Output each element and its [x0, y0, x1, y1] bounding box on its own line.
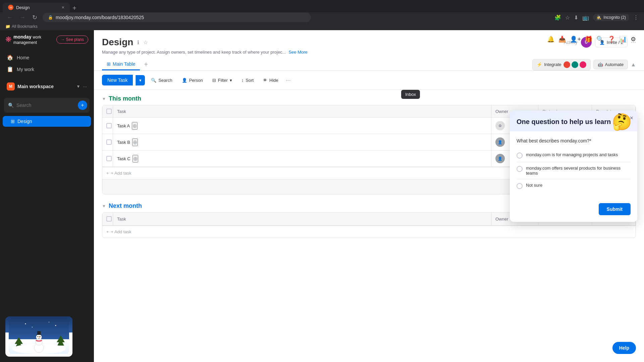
- survey-question: What best describes monday.com?*: [517, 138, 631, 143]
- tab-title: Design: [16, 5, 30, 10]
- sidebar-item-my-work[interactable]: 📋 My work: [3, 63, 91, 75]
- forward-button[interactable]: →: [18, 13, 27, 22]
- checkbox-header: [102, 105, 113, 117]
- cast-icon[interactable]: 📺: [582, 14, 589, 21]
- task-name-cell[interactable]: Task A ⊕: [113, 118, 491, 134]
- hide-icon: 👁: [263, 78, 267, 83]
- address-bar[interactable]: 🔒 moodjoy.monday.com/boards/1830420525: [43, 13, 311, 22]
- board-label: Design: [17, 119, 32, 124]
- search-input-wrapper[interactable]: 🔍 +: [4, 98, 90, 113]
- new-task-button[interactable]: New Task: [102, 75, 133, 85]
- filter-dropdown-icon: ▾: [230, 78, 232, 83]
- tab-main-table[interactable]: ⊞ Main Table: [102, 59, 140, 70]
- add-person-icon[interactable]: ⊕: [132, 138, 138, 146]
- task-name-cell[interactable]: Task B ⊕: [113, 134, 491, 150]
- new-task-dropdown-button[interactable]: ▾: [136, 75, 145, 85]
- toolbar-more-button[interactable]: ···: [284, 75, 292, 85]
- tab-close-btn[interactable]: ×: [62, 5, 64, 10]
- row-checkbox-cell: [102, 150, 113, 167]
- workspace-more-icon[interactable]: ···: [83, 84, 87, 89]
- help-floating-button[interactable]: Help: [612, 342, 636, 354]
- inbox-button[interactable]: 📥: [558, 36, 566, 43]
- survey-option-2[interactable]: monday.com offers several products for b…: [517, 162, 631, 179]
- page-description: Manage any type of project. Assign owner…: [102, 50, 636, 55]
- info-button[interactable]: ℹ: [137, 39, 139, 46]
- download-icon[interactable]: ⬇: [574, 14, 578, 21]
- see-plans-button[interactable]: → See plans: [56, 36, 88, 44]
- integrate-label: Integrate: [544, 62, 561, 67]
- svg-point-17: [55, 325, 56, 326]
- row-checkbox[interactable]: [106, 139, 112, 145]
- marketplace-button[interactable]: 🎁: [585, 36, 592, 43]
- search-global-button[interactable]: 🔍: [596, 36, 604, 43]
- search-input[interactable]: [16, 103, 75, 108]
- add-task-icon-nm: +: [106, 229, 109, 234]
- this-month-chevron[interactable]: ▼: [102, 97, 106, 101]
- add-task-row-nm[interactable]: + + Add task: [102, 226, 636, 238]
- select-all-checkbox[interactable]: [106, 109, 112, 114]
- logo-text: monday work management: [13, 34, 53, 45]
- survey-submit-button[interactable]: Submit: [599, 203, 631, 215]
- task-name: Task B: [117, 140, 130, 145]
- help-button[interactable]: ❓: [608, 36, 615, 43]
- active-tab[interactable]: M Design ×: [3, 3, 70, 12]
- integrate-button[interactable]: ⚡ Integrate: [532, 59, 590, 70]
- person-filter-button[interactable]: 👤 Person: [178, 76, 206, 85]
- incognito-label: Incognito (2): [603, 15, 626, 20]
- add-task-icon: +: [106, 171, 109, 176]
- extensions-icon[interactable]: 🧩: [554, 14, 561, 21]
- analytics-button[interactable]: 📊: [619, 36, 627, 43]
- search-button[interactable]: 🔍 Search: [148, 76, 175, 85]
- sidebar-item-design[interactable]: ⊞ Design: [3, 116, 91, 127]
- svg-rect-13: [37, 331, 41, 335]
- next-month-title[interactable]: Next month: [109, 202, 142, 209]
- survey-option-1[interactable]: monday.com is for managing projects and …: [517, 149, 631, 162]
- menu-button[interactable]: ⋮: [633, 14, 639, 21]
- see-more-link[interactable]: See More: [288, 50, 307, 55]
- this-month-group-header: ▼ This month: [102, 90, 636, 105]
- radio-button-1[interactable]: [517, 153, 523, 159]
- automate-button[interactable]: 🤖 Automate: [593, 60, 628, 69]
- gmail-icon: [564, 61, 570, 68]
- automate-icon: 🤖: [598, 62, 603, 67]
- notifications-button[interactable]: 🔔: [547, 36, 554, 43]
- select-all-checkbox-nm[interactable]: [106, 216, 112, 222]
- add-member-button[interactable]: 👤+: [570, 36, 581, 43]
- filter-button[interactable]: ⊟ Filter ▾: [209, 76, 235, 85]
- task-name-cell[interactable]: Task C ⊕: [113, 150, 491, 167]
- radio-button-3[interactable]: [517, 183, 523, 189]
- workspace-chevron-icon: ▼: [76, 84, 80, 89]
- add-person-icon[interactable]: ⊕: [132, 155, 138, 163]
- sidebar-workspace: M Main workspace ▼ ···: [0, 78, 94, 95]
- filter-icon: ⊟: [212, 78, 216, 83]
- this-month-title[interactable]: This month: [109, 95, 141, 102]
- row-checkbox[interactable]: [106, 123, 112, 128]
- reload-button[interactable]: ↻: [31, 12, 39, 22]
- svg-point-10: [40, 336, 41, 337]
- bookmark-icon[interactable]: ☆: [565, 14, 570, 21]
- lock-icon: 🔒: [48, 15, 53, 20]
- survey-option-3-text: Not sure: [526, 183, 542, 188]
- incognito-icon: 🕵: [596, 15, 601, 20]
- add-board-button[interactable]: +: [78, 101, 87, 110]
- new-tab-button[interactable]: +: [72, 4, 76, 12]
- settings-button[interactable]: ⚙: [631, 36, 636, 43]
- survey-option-1-text: monday.com is for managing projects and …: [526, 152, 618, 157]
- svg-point-16: [32, 327, 33, 327]
- sidebar-item-home[interactable]: 🏠 Home: [3, 52, 91, 63]
- row-checkbox[interactable]: [106, 156, 112, 161]
- survey-option-3[interactable]: Not sure: [517, 179, 631, 192]
- back-button[interactable]: ←: [5, 13, 14, 22]
- add-person-icon[interactable]: ⊕: [132, 122, 138, 130]
- sort-button[interactable]: ↕ Sort: [238, 76, 257, 85]
- favorite-button[interactable]: ☆: [143, 39, 148, 46]
- collapse-button[interactable]: ▲: [631, 62, 636, 68]
- workspace-header[interactable]: M Main workspace ▼ ···: [3, 80, 91, 93]
- owner-avatar: 👤: [495, 137, 505, 147]
- radio-button-2[interactable]: [517, 166, 523, 172]
- checkbox-header-nm: [102, 213, 113, 225]
- add-tab-button[interactable]: +: [141, 59, 151, 70]
- snowman-decoration: [5, 316, 72, 357]
- hide-button[interactable]: 👁 Hide: [260, 76, 282, 85]
- next-month-chevron[interactable]: ▼: [102, 204, 106, 208]
